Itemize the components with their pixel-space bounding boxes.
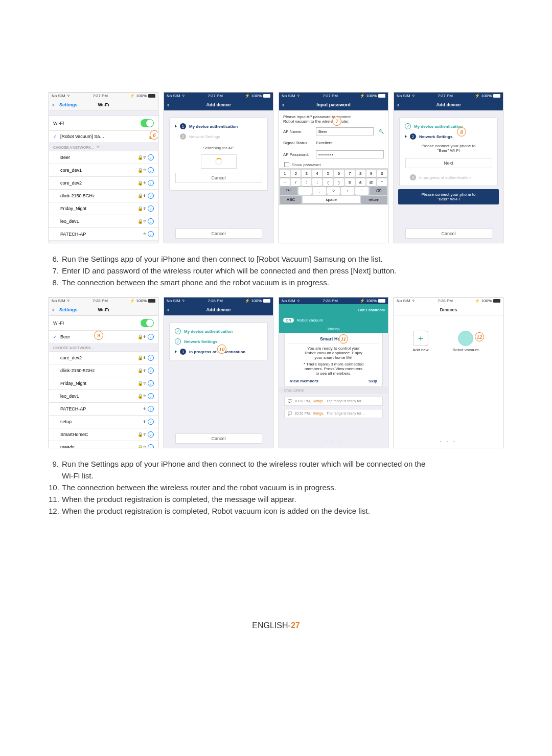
cancel-button[interactable]: Cancel (175, 173, 262, 183)
key[interactable]: ? (327, 187, 340, 195)
wifi-row[interactable]: setupᯤi (49, 240, 158, 243)
key[interactable]: / (291, 178, 301, 186)
key[interactable]: 6 (334, 170, 343, 177)
key[interactable]: ! (341, 187, 354, 195)
key[interactable]: ' (355, 187, 369, 195)
wifi-row[interactable]: PATECH-APᯤi (49, 227, 158, 240)
wifi-row[interactable]: dlink-2150-5GHz🔒ᯤi (49, 189, 158, 202)
key[interactable]: 0 (377, 170, 387, 177)
info-button[interactable]: i (148, 393, 154, 399)
screenshot-devices-list: No SIMᯤ 7:28 PM ⚡100% Devices ＋ Add new … (394, 297, 503, 448)
key-return[interactable]: return (361, 196, 387, 203)
cancel-button-bottom[interactable]: Cancel (405, 228, 492, 239)
key[interactable]: : (302, 178, 311, 186)
next-button[interactable]: Next (405, 158, 492, 168)
skip-link[interactable]: Skip (369, 379, 377, 383)
spinner-icon: ⟳ (97, 145, 100, 149)
info-button[interactable]: i (148, 444, 154, 448)
nav-bar: ‹ Settings Wi-Fi (49, 304, 158, 315)
key[interactable]: 9 (366, 170, 376, 177)
status-bar: No SIMᯤ 7:28 PM ⚡100% (279, 297, 388, 304)
key[interactable]: 3 (302, 170, 311, 177)
key[interactable]: . (298, 187, 312, 195)
info-button[interactable]: i (148, 154, 154, 161)
info-button[interactable]: i (148, 431, 154, 438)
info-button[interactable]: i (148, 406, 154, 412)
info-button[interactable]: i (148, 231, 154, 237)
key[interactable]: 8 (356, 170, 365, 177)
wifi-row[interactable]: core_dev2🔒ᯤi (49, 351, 158, 364)
info-button[interactable]: i (148, 380, 154, 386)
key[interactable]: 5 (323, 170, 333, 177)
nav-title: Wi-Fi (98, 307, 109, 312)
back-button[interactable]: ‹ (282, 101, 284, 108)
key-backspace[interactable]: ⌫ (370, 187, 387, 195)
back-button[interactable]: ‹ (397, 101, 399, 108)
wifi-row[interactable]: uready🔒ᯤi (49, 441, 158, 448)
key[interactable]: 4 (312, 170, 322, 177)
key[interactable]: ) (334, 178, 343, 186)
back-button[interactable]: ‹ (52, 101, 54, 108)
robot-vacuum-tile[interactable]: Robot vacuum 12 (449, 331, 482, 352)
back-button[interactable]: ‹ (167, 101, 169, 108)
key[interactable]: - (280, 178, 290, 186)
info-button[interactable]: i (148, 355, 154, 361)
back-label[interactable]: Settings (59, 102, 78, 107)
key[interactable]: 7 (345, 170, 355, 177)
cancel-button-bottom[interactable]: Cancel (175, 228, 262, 239)
key-space[interactable]: space (303, 196, 360, 203)
key-symbols[interactable]: #+= (280, 187, 297, 195)
key[interactable]: " (377, 178, 387, 186)
show-password-checkbox[interactable] (284, 162, 289, 167)
info-button[interactable]: i (148, 419, 154, 425)
info-button[interactable]: i (148, 205, 154, 212)
password-input[interactable]: •••••••• (316, 150, 384, 158)
search-icon[interactable]: 🔍 (379, 129, 384, 134)
status-bar: No SIMᯤ 7:27 PM ⚡100% (279, 93, 388, 99)
wifi-row[interactable]: dlink-2150-5GHz🔒ᯤi (49, 364, 158, 377)
key[interactable]: @ (366, 178, 376, 186)
wifi-row[interactable]: Beer🔒ᯤi (49, 151, 158, 164)
key[interactable]: 1 (280, 170, 290, 177)
wifi-row[interactable]: leo_dev1🔒ᯤi (49, 215, 158, 227)
info-button[interactable]: i (148, 368, 154, 374)
arrow-icon (405, 135, 407, 138)
info-button[interactable]: i (148, 218, 154, 224)
info-button[interactable]: i (148, 334, 154, 340)
key-abc[interactable]: ABC (280, 196, 302, 203)
key[interactable]: ( (323, 178, 333, 186)
wifi-row[interactable]: setupᯤi (49, 415, 158, 428)
key[interactable]: $ (345, 178, 355, 186)
info-button[interactable]: i (148, 180, 154, 186)
connected-network-row[interactable]: ✓[Robot Vacuum] Sa… 🔒 6 (49, 130, 158, 142)
wifi-toggle[interactable] (141, 319, 154, 327)
add-new-tile[interactable]: ＋ Add new (404, 331, 437, 352)
wifi-toggle[interactable] (141, 119, 154, 127)
signal-value: Excellent (316, 141, 384, 145)
nav-title: Add device (436, 102, 461, 107)
wifi-row[interactable]: PATECH-APᯤi (49, 402, 158, 415)
ap-name-input[interactable]: Beer (316, 127, 374, 135)
step-1-badge: 1 (180, 123, 186, 129)
key[interactable]: 2 (291, 170, 301, 177)
back-button[interactable]: ‹ (167, 306, 169, 313)
choose-network-header: CHOOSE A NETWORK…⟳ (49, 142, 158, 151)
cancel-button-bottom[interactable]: Cancel (175, 433, 262, 444)
key[interactable]: ; (312, 178, 322, 186)
info-button[interactable]: i (148, 167, 154, 173)
wifi-row[interactable]: core_dev2🔒ᯤi (49, 176, 158, 189)
connected-network-row[interactable]: ✓Beer 9 🔒ᯤi (49, 330, 158, 343)
wifi-row[interactable]: Friday_Night🔒ᯤi (49, 202, 158, 215)
wifi-row[interactable]: core_dev1🔒ᯤi (49, 164, 158, 176)
wifi-row[interactable]: Friday_Night🔒ᯤi (49, 377, 158, 390)
view-members-link[interactable]: View members (290, 379, 318, 383)
wifi-row[interactable]: SmartHomeC🔒ᯤi (49, 428, 158, 441)
info-button[interactable]: i (148, 193, 154, 199)
edit-button[interactable]: Edit 1 chatroom (358, 308, 385, 312)
key[interactable]: , (313, 187, 326, 195)
back-label[interactable]: Settings (59, 307, 78, 312)
nav-bar: ‹ Add device (394, 99, 503, 110)
back-button[interactable]: ‹ (52, 306, 54, 313)
key[interactable]: & (356, 178, 365, 186)
wifi-row[interactable]: leo_dev1🔒ᯤi (49, 390, 158, 402)
